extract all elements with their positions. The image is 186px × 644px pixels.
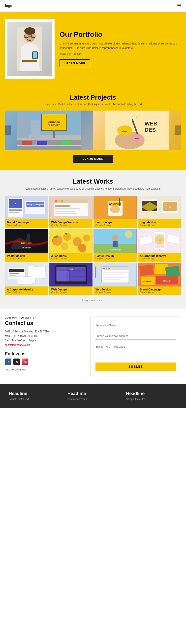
svg-rect-97 [9, 269, 24, 272]
svg-point-75 [83, 234, 90, 242]
svg-rect-38 [9, 212, 19, 213]
latest-projects-section: Latest Projects Sample text. Click to se… [0, 86, 186, 170]
svg-point-90 [159, 249, 161, 251]
work-cat-juice-bottle: Graphic Design [51, 258, 91, 260]
work-info-web-design-2: Web Design Graphic Design [93, 286, 137, 296]
svg-rect-111 [56, 266, 66, 282]
svg-text:BILLBOARD: BILLBOARD [48, 124, 60, 126]
svg-rect-22 [37, 141, 47, 145]
work-info-poster-design-1: Poster design Graphic Design [5, 253, 48, 262]
contact-hours2: Sat – Sun: 9:00 am – 10 pm [5, 338, 85, 343]
svg-rect-50 [55, 208, 80, 210]
work-image-web-design-website [49, 196, 93, 220]
svg-rect-94 [167, 235, 180, 244]
work-cat-brand-campaign-2: Graphic Design [140, 291, 179, 294]
svg-rect-109 [70, 271, 85, 276]
footer-sub-2: Sample footer text [67, 398, 119, 400]
hero-person-image [7, 22, 52, 76]
work-card-web-design-2[interactable]: Web Design Graphic Design [93, 263, 137, 296]
svg-text:▲: ▲ [168, 205, 171, 208]
form-message-input[interactable] [95, 343, 176, 358]
hero-learn-more-button[interactable]: LEARN MORE [59, 60, 90, 67]
work-info-corp-id-1: A Corporate Identity Graphic Design [138, 253, 181, 262]
work-image-brand-campaign-2: COLORS! BRAND [138, 263, 181, 286]
svg-rect-118 [103, 272, 128, 273]
work-title-web-design-2: Web Design [95, 288, 135, 291]
work-card-logo-design-1[interactable]: ORANGINA Logo design Graphic Design [93, 196, 137, 228]
work-card-poster-design-2[interactable]: Poster Design Poster Design Graphic Desi… [93, 229, 137, 262]
svg-rect-12 [30, 120, 40, 138]
work-info-poster-design-2: Poster Design Graphic Design [93, 253, 137, 262]
twitter-x-icon[interactable]: ✕ [13, 358, 20, 365]
work-image-fake-web: FAKE [49, 263, 93, 286]
work-cat-web-design-2: Graphic Design [95, 291, 135, 294]
contact-details: 3045 10 Sunrize Avenue, 123-456-7890 Mon… [5, 330, 85, 347]
social-icons: f ✕ ◎ [5, 358, 85, 365]
work-info-logo-design-2: Logo design Graphic Design [138, 220, 181, 228]
facebook-icon[interactable]: f [5, 358, 11, 365]
contact-form: SUBMIT [90, 316, 181, 376]
work-image-logo-design-2: ▲ [138, 196, 181, 220]
copyright-text: ©2024 Privacy policy [5, 368, 85, 371]
svg-rect-18 [53, 130, 55, 138]
svg-text:FAKE: FAKE [68, 268, 73, 270]
svg-rect-121 [103, 279, 120, 280]
form-submit-button[interactable]: SUBMIT [95, 362, 176, 371]
work-title-logo-design-1: Logo design [95, 221, 135, 224]
work-card-corp-id-2[interactable]: A Corporate Identity Graphic Design [5, 263, 48, 296]
work-title-brand-campaign: Brand Campaign [7, 221, 46, 224]
work-cat-corp-id-1: Graphic Design [140, 258, 179, 260]
work-image-poster-design-1: MUSIC FESTIVAL [5, 229, 48, 253]
contact-email[interactable]: contacts@esbnyc.com [5, 344, 30, 346]
svg-rect-58 [119, 198, 120, 206]
footer-sub-1: Sample footer text [9, 398, 60, 400]
svg-point-76 [61, 243, 68, 250]
hero-content: Our Portfolio Ut enim ad minim veniam, q… [59, 30, 181, 67]
svg-rect-125 [139, 265, 154, 276]
svg-rect-99 [9, 275, 16, 276]
project-image-billboard: OUTDOOR BILLBOARD [5, 110, 93, 150]
svg-text:BRAND: BRAND [163, 280, 170, 282]
work-card-corp-id-1[interactable]: ⊘ A Corporate Identity Graphic Design [138, 229, 181, 262]
work-card-poster-design-1[interactable]: MUSIC FESTIVAL Poster design Graphic Des… [5, 229, 48, 262]
work-info-logo-design-1: Logo design Graphic Design [93, 220, 137, 228]
work-cat-brand-campaign: Graphic Design [7, 224, 46, 226]
work-image-corp-id-1: ⊘ [138, 229, 181, 253]
work-card-fake-web[interactable]: FAKE Web Design Graphic Design [49, 263, 93, 296]
form-name-input[interactable] [95, 322, 176, 329]
work-card-web-design-website[interactable]: Web Design Website Graphic Design [49, 196, 93, 228]
svg-rect-51 [55, 211, 75, 212]
projects-learn-more-button[interactable]: LEARN MORE [73, 155, 113, 163]
work-image-corp-id-2 [5, 263, 48, 286]
newsletter-label: JOIN OUR NEWSLETTER [5, 316, 85, 319]
carousel-next-button[interactable]: › [175, 126, 181, 136]
work-title-corp-id-1: A Corporate Identity [140, 254, 179, 258]
form-email-input[interactable] [95, 332, 176, 340]
works-grid: b Strategy & Management Brand Campaign G… [5, 196, 181, 296]
svg-text:FESTIVAL: FESTIVAL [22, 246, 31, 248]
work-cat-poster-design-1: Graphic Design [7, 258, 46, 260]
svg-rect-8 [33, 52, 37, 58]
contact-hours1: Mon – Fri: 9:00 am – 8:00 pm, [5, 334, 85, 338]
instagram-icon[interactable]: ◎ [22, 358, 28, 365]
svg-rect-127 [165, 266, 180, 277]
footer-headline-3: Headline [126, 391, 177, 396]
work-info-web-design-website: Web Design Website Graphic Design [49, 220, 93, 228]
work-title-brand-campaign-2: Brand Campaign [140, 288, 179, 291]
svg-rect-84 [113, 241, 118, 247]
work-info-brand-campaign: Brand Campaign Graphic Design [5, 220, 48, 228]
work-image-poster-design-2: Poster Design [93, 229, 137, 253]
work-image-logo-design-1: ORANGINA [93, 196, 137, 220]
carousel-prev-button[interactable]: ‹ [5, 126, 11, 136]
svg-text:OUTDOOR: OUTDOOR [48, 121, 60, 124]
work-title-juice-bottle: Juice Bottle [51, 254, 91, 258]
work-card-brand-campaign[interactable]: b Strategy & Management Brand Campaign G… [5, 196, 48, 228]
hero-section: Our Portfolio Ut enim ad minim veniam, q… [0, 12, 186, 86]
work-card-juice-bottle[interactable]: Juice Bottle Graphic Design [49, 229, 93, 262]
work-card-brand-campaign-2[interactable]: COLORS! BRAND Brand Campaign Graphic Des… [138, 263, 181, 296]
footer-col-3: Headline Sample footer text [122, 391, 181, 400]
hamburger-menu[interactable]: ☰ [177, 3, 181, 8]
svg-text:⊘: ⊘ [158, 238, 161, 242]
work-image-juice-bottle [49, 229, 93, 253]
work-card-logo-design-2[interactable]: ▲ Logo design Graphic Design [138, 196, 181, 228]
